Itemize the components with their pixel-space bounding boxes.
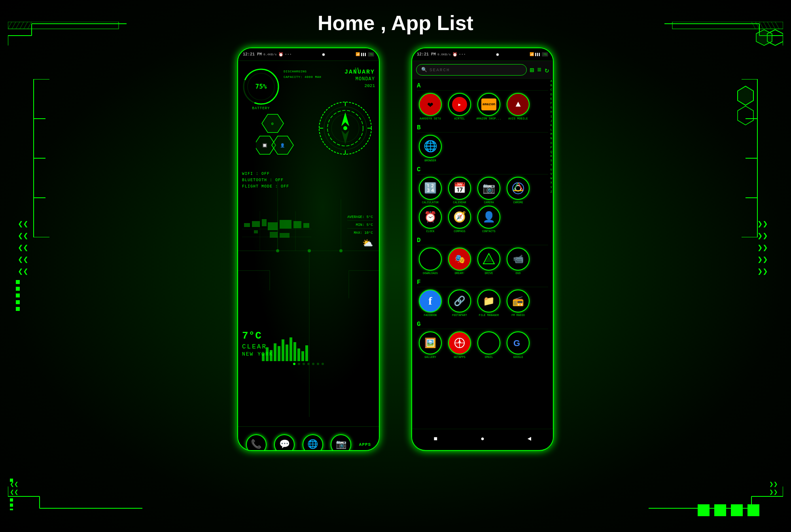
alpha-V[interactable]: V [551,172,552,176]
flight-mode-status: FLIGHT MODE : OFF [242,184,289,189]
app-fmradio[interactable]: 📻 FM RADIO [505,290,532,317]
cal-date-num: 18 [354,67,359,70]
app-calendar[interactable]: 📅 CALENDAR [446,177,473,204]
sort-icon[interactable]: ↻ [545,66,549,74]
app-list-container[interactable]: A B C D E F G H I J K L M N O P Q R S T [412,79,553,429]
filemanager-icon: 📁 [477,290,500,312]
section-F-apps: f FACEBOOK 🔗 FEETAPART 📁 [417,290,548,317]
section-letter-C: C [417,165,548,174]
app-duo[interactable]: 📹 DUO [505,248,532,275]
alpha-I[interactable]: I [551,115,552,119]
alpha-R[interactable]: R [551,154,552,159]
app-camera[interactable]: 📷 CAMERA [475,177,502,204]
alpha-Z[interactable]: Z [551,190,552,194]
section-D: D ⬇️ DOWNLOADS 🎭 DREAM! [412,233,553,275]
app-gallery[interactable]: 🖼️ GALLERY [417,331,444,359]
alpha-J[interactable]: J [551,119,552,123]
alpha-H[interactable]: H [551,110,552,114]
app-clock[interactable]: ⏰ CLOCK [417,206,444,233]
app-feetapart[interactable]: 🔗 FEETAPART [446,290,473,317]
alpha-S[interactable]: S [551,159,552,163]
app-airtel[interactable]: ▶ AIRTEL [446,93,473,120]
phone2-sys-nav: ■ ● ◄ [412,429,553,449]
app-filemanager[interactable]: 📁 FILE MANAGER [475,290,502,317]
phone1-alarm-icon: ⏰ [278,52,283,57]
svg-rect-107 [293,221,301,228]
app-calculator[interactable]: 🔢 CALCULATOR [417,177,444,204]
alpha-G[interactable]: G [551,106,552,110]
search-input-box[interactable]: 🔍 SEARCH [416,64,527,76]
alpha-L[interactable]: L [551,128,552,132]
alpha-F[interactable]: F [551,101,552,106]
phone2-battery-icon: 75 [542,52,548,57]
grid-view-icon[interactable]: ⊞ [530,66,534,74]
app-contacts[interactable]: 👤 CONTACTS [475,206,502,233]
app-amazon[interactable]: amazon AMAZON SHOP... [475,93,502,120]
section-letter-G: G [417,319,548,329]
battery-label: BATTERY [241,106,281,110]
hex-group-svg: ⚙️ 🔲 👤 [256,112,295,160]
section-C-row2: ⏰ CLOCK 🧭 COMPASS 👤 CONTA [417,206,548,233]
app-facebook[interactable]: f FACEBOOK [417,290,444,317]
svg-text:❯❯: ❯❯ [757,243,768,253]
svg-rect-103 [252,221,260,227]
app-downloads[interactable]: ⬇️ DOWNLOADS [417,248,444,275]
section-letter-B: B [417,123,548,133]
dot-5 [317,363,319,365]
section-D-apps: ⬇️ DOWNLOADS 🎭 DREAM! [417,248,548,275]
alpha-P[interactable]: P [551,146,552,150]
battery-info: DISCHARGING CAPACITY: 4000 MAH [284,69,321,80]
equalizer [262,337,308,361]
alpha-C[interactable]: C [551,88,552,92]
weather-avg: AVERAGE: 5°C [347,215,373,221]
app-browser[interactable]: 🌐 BROWSER [417,135,444,162]
list-view-icon[interactable]: ≡ [537,66,541,74]
app-axis[interactable]: ▲ AXIS MOBILE [505,93,532,120]
svg-line-7 [16,22,20,29]
alpha-Q[interactable]: Q [551,150,552,154]
app-getapps[interactable]: GETAPPS [446,331,473,359]
alpha-A[interactable]: A [551,79,552,83]
nav-browser-icon[interactable]: 🌐 [303,434,323,451]
nav-apps-label[interactable]: APPS [359,442,371,447]
app-aarogya-setu[interactable]: ❤️ AAROGYA SETU [417,93,444,120]
alpha-B[interactable]: B [551,83,552,88]
app-dream[interactable]: 🎭 DREAM! [446,248,473,275]
alpha-Y[interactable]: Y [551,186,552,190]
nav-phone-icon[interactable]: 📞 [246,434,267,451]
svg-rect-49 [16,300,20,304]
nav-camera-icon[interactable]: 📷 [331,434,351,451]
svg-rect-50 [16,307,20,311]
nav-messages-icon[interactable]: 💬 [274,434,295,451]
getapps-svg [453,337,466,349]
app-gmail[interactable]: ✉️ GMAIL [475,331,502,359]
app-google[interactable]: G GOOGLE [505,331,532,359]
alpha-X[interactable]: X [551,181,552,185]
alpha-D[interactable]: D [551,93,552,97]
phones-container: 12:21 PM 0.4KB/s ⏰ ··· 📶 ▌▌▌ 75 [237,47,554,451]
alpha-N[interactable]: N [551,136,552,141]
svg-rect-46 [16,280,20,284]
weather-min: MIN: 5°C [347,223,373,229]
phone2-nav-square[interactable]: ■ [434,435,438,443]
svg-rect-32 [10,504,13,507]
app-compass[interactable]: 🧭 COMPASS [446,206,473,233]
svg-line-22 [751,22,755,29]
alpha-K[interactable]: K [551,123,552,128]
phone2-nav-back[interactable]: ◄ [528,435,532,443]
axis-icon-symbol: ▲ [515,100,520,110]
alpha-E[interactable]: E [551,97,552,101]
svg-text:❯❯: ❯❯ [757,267,768,277]
alpha-T[interactable]: T [551,163,552,168]
alpha-W[interactable]: W [551,176,552,181]
alpha-U[interactable]: U [551,168,552,172]
phone1-more-icon: ··· [285,52,292,57]
phone2-nav-circle[interactable]: ● [481,435,484,443]
contacts-label: CONTACTS [482,230,496,233]
phone2-data-speed: 0.0KB/s [437,53,451,56]
alpha-O[interactable]: O [551,141,552,146]
app-drive[interactable]: DRIVE [475,248,502,275]
app-chrome[interactable]: CHROME [505,177,532,204]
alpha-M[interactable]: M [551,132,552,136]
svg-text:❮❮: ❮❮ [18,255,28,265]
